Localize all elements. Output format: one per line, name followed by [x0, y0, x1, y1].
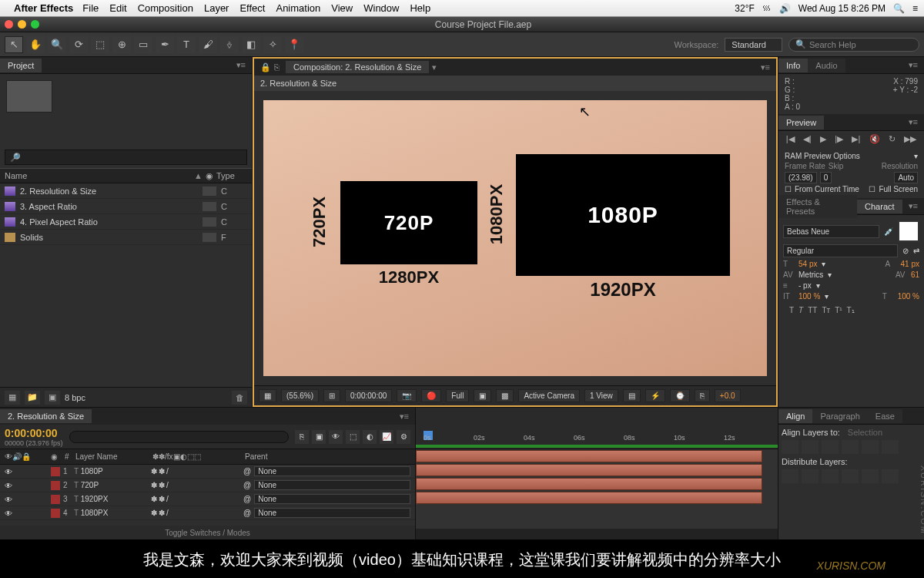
transparency-grid[interactable]: ▩ — [496, 389, 514, 402]
interpret-footage-button[interactable]: ▦ — [5, 391, 20, 405]
prev-frame-button[interactable]: ◀| — [803, 134, 812, 144]
timeline-scrollbar[interactable] — [416, 529, 778, 539]
skip-dropdown[interactable]: 0 — [820, 172, 832, 183]
menu-view[interactable]: View — [331, 2, 353, 14]
rotate-tool[interactable]: ⟳ — [69, 36, 88, 53]
label-swatch[interactable] — [203, 217, 216, 227]
flowchart-icon[interactable]: ⎘ — [274, 62, 280, 72]
new-folder-button[interactable]: 📁 — [25, 391, 40, 405]
volume-icon[interactable]: 🔊 — [779, 3, 791, 14]
minimize-window-button[interactable] — [18, 20, 26, 29]
next-frame-button[interactable]: |▶ — [835, 134, 843, 144]
distribute-button[interactable] — [802, 469, 819, 483]
wifi-icon[interactable]: ᯾ — [762, 3, 772, 14]
panel-menu-icon[interactable]: ▾≡ — [902, 201, 924, 211]
composition-viewer[interactable]: ↖ 720P 1280PX 720PX 1080P 1920PX 1080PX — [254, 91, 776, 385]
roto-tool[interactable]: ✧ — [263, 36, 282, 53]
timeline-tab[interactable]: 2. Resolution & Size — [0, 409, 92, 423]
menu-composition[interactable]: Composition — [138, 2, 193, 14]
timeline-search-input[interactable] — [69, 431, 289, 443]
menu-layer[interactable]: Layer — [204, 2, 229, 14]
layer-bar[interactable] — [416, 492, 762, 504]
timeline-button[interactable]: ⌚ — [670, 389, 690, 402]
eraser-tool[interactable]: ◧ — [242, 36, 260, 53]
distribute-button[interactable] — [862, 469, 879, 483]
fill-color-swatch[interactable] — [898, 220, 919, 242]
smallcaps-button[interactable]: Tт — [822, 306, 830, 314]
comp-breadcrumb[interactable]: 2. Resolution & Size — [254, 76, 776, 91]
preview-res-dropdown[interactable]: Auto — [894, 172, 918, 183]
menu-file[interactable]: File — [82, 2, 99, 14]
no-stroke-icon[interactable]: ⊘ — [902, 247, 909, 255]
from-current-checkbox[interactable]: ☐ — [785, 185, 792, 193]
align-right-button[interactable] — [822, 440, 839, 454]
align-left-button[interactable] — [782, 440, 798, 454]
pickwhip-icon[interactable]: @ — [243, 495, 251, 503]
app-menu[interactable]: After Effects — [14, 2, 73, 14]
views-dropdown[interactable]: 1 View — [584, 389, 618, 402]
pixel-aspect-button[interactable]: ▤ — [623, 389, 641, 402]
panel-menu-icon[interactable]: ▾≡ — [902, 117, 924, 127]
draft-3d-button[interactable]: ▣ — [312, 430, 326, 444]
distribute-button[interactable] — [822, 469, 839, 483]
framerate-dropdown[interactable]: (23.98) — [785, 172, 817, 183]
play-button[interactable]: ▶ — [820, 134, 826, 144]
subscript-button[interactable]: T₁ — [847, 306, 855, 314]
layer-row[interactable]: 👁 4 T 1080PX ✽✽/ @None — [0, 506, 415, 520]
pickwhip-icon[interactable]: @ — [243, 509, 251, 517]
project-item[interactable]: 2. Resolution & Size C — [0, 183, 252, 199]
info-tab[interactable]: Info — [778, 59, 808, 72]
ram-options-dropdown[interactable]: RAM Preview Options — [785, 152, 911, 160]
toggle-switches-button[interactable]: Toggle Switches / Modes — [0, 526, 415, 539]
parent-dropdown[interactable]: None — [254, 508, 410, 518]
character-tab[interactable]: Charact — [857, 200, 902, 213]
project-search-input[interactable]: 🔎 — [5, 150, 247, 165]
align-tab[interactable]: Align — [778, 409, 812, 423]
brainstorm-button[interactable]: ⚙ — [397, 430, 410, 444]
panel-menu-icon[interactable]: ▾≡ — [230, 60, 252, 70]
project-item[interactable]: 4. Pixel Aspect Ratio C — [0, 214, 252, 230]
distribute-button[interactable] — [782, 469, 798, 483]
graph-editor-button[interactable]: 📈 — [380, 430, 393, 444]
layer-bar[interactable] — [416, 478, 762, 490]
superscript-button[interactable]: T¹ — [835, 306, 842, 314]
layer-row[interactable]: 👁 1 T 1080P ✽✽/ @None — [0, 465, 415, 479]
pickwhip-icon[interactable]: @ — [243, 467, 251, 476]
channel-button[interactable]: 🔴 — [421, 389, 441, 402]
col-type[interactable]: Type — [216, 171, 247, 180]
distribute-button[interactable] — [882, 469, 899, 483]
audio-tab[interactable]: Audio — [808, 59, 845, 72]
loop-button[interactable]: ↻ — [889, 134, 896, 144]
clone-tool[interactable]: ⎀ — [220, 36, 239, 53]
italic-button[interactable]: T — [798, 306, 803, 314]
hand-tool[interactable]: ✋ — [26, 36, 45, 53]
ease-tab[interactable]: Ease — [868, 409, 902, 423]
delete-button[interactable]: 🗑 — [232, 391, 247, 405]
pen-tool[interactable]: ✒ — [156, 36, 174, 53]
font-family-dropdown[interactable]: Bebas Neue — [783, 225, 879, 238]
label-swatch[interactable] — [203, 233, 216, 242]
camera-tool[interactable]: ⬚ — [91, 36, 109, 53]
leading-field[interactable]: 41 px — [901, 260, 919, 268]
close-window-button[interactable] — [5, 20, 13, 29]
layer-color[interactable] — [51, 467, 60, 476]
flowchart-button[interactable]: ⎘ — [695, 389, 710, 402]
panel-menu-icon[interactable]: ▾≡ — [902, 60, 924, 70]
align-to-dropdown[interactable]: Selection — [848, 428, 882, 437]
bold-button[interactable]: T — [789, 306, 794, 314]
comp-mini-flowchart[interactable]: ⎘ — [295, 430, 309, 444]
project-item[interactable]: Solids F — [0, 230, 252, 245]
label-swatch[interactable] — [203, 202, 216, 211]
project-item[interactable]: 3. Aspect Ratio C — [0, 199, 252, 214]
new-comp-button[interactable]: ▣ — [45, 391, 60, 405]
align-vcenter-button[interactable] — [862, 440, 879, 454]
type-tool[interactable]: T — [177, 36, 196, 53]
parent-dropdown[interactable]: None — [254, 494, 410, 504]
workspace-dropdown[interactable]: Standard — [725, 38, 782, 52]
col-label[interactable]: ◉ — [203, 171, 216, 181]
zoom-tool[interactable]: 🔍 — [48, 36, 66, 53]
kerning-dropdown[interactable]: Metrics — [798, 271, 823, 279]
font-style-dropdown[interactable]: Regular — [783, 244, 898, 257]
parent-dropdown[interactable]: None — [254, 480, 410, 490]
swap-colors-icon[interactable]: ⇄ — [913, 247, 919, 255]
